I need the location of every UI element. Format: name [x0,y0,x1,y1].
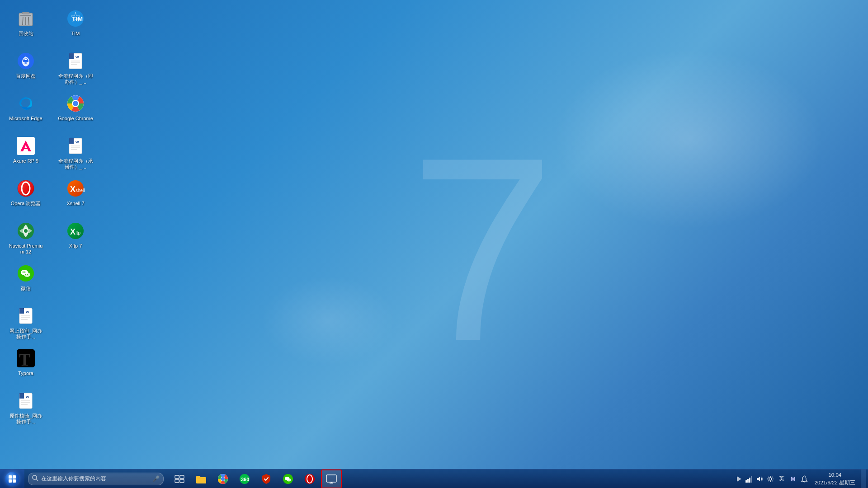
desktop-icon-recycle-bin[interactable]: 回收站 [5,5,46,46]
svg-point-19 [27,274,28,275]
tray-language-indicator[interactable]: 英 [776,469,787,488]
svg-rect-56 [13,475,16,479]
desktop-icon-axure[interactable]: Axure RP 9 [5,133,46,174]
svg-rect-58 [13,479,16,483]
system-clock[interactable]: 10:04 2021/9/22 星期三 [810,469,860,488]
desktop-icon-google-chrome[interactable]: Google Chrome [55,90,96,131]
chrome-icon [65,93,86,114]
svg-point-17 [24,272,26,273]
svg-text:ftp: ftp [75,230,81,235]
tray-expand-button[interactable] [736,469,743,488]
svg-line-89 [772,480,773,481]
svg-point-18 [25,274,26,275]
svg-text:W: W [26,395,29,399]
svg-line-88 [768,477,769,478]
svg-rect-82 [751,476,752,483]
word-doc3-label: 全流程网办（即办件）_... [57,73,94,85]
tim-label: TIM [71,31,80,37]
desktop-icon-word-doc3[interactable]: W 全流程网办（即办件）_... [55,48,96,89]
xshell-icon: X shell [65,178,86,199]
svg-marker-78 [737,476,741,482]
xftp-icon: X ftp [65,221,86,241]
svg-text:360: 360 [241,477,249,482]
svg-rect-2 [22,12,29,14]
desktop-icon-typora[interactable]: T Typora [5,345,46,386]
search-bar[interactable]: 在这里输入你要搜索的内容 🎤 [28,473,164,485]
explorer-icon [195,473,208,485]
windows7-logo: 7 [410,118,547,380]
tray-notification-icon[interactable] [799,469,809,488]
axure-icon [15,136,36,156]
xftp-label: Xftp 7 [69,243,82,249]
opera-label: Opera 浏览器 [11,201,41,206]
recycle-bin-icon [15,8,36,29]
desktop-icon-baidu-netdisk[interactable]: 百度网盘 [5,48,46,89]
svg-rect-81 [749,478,750,483]
desktop-icon-tim[interactable]: TIM TIM [55,5,96,46]
svg-rect-61 [175,475,179,479]
wechat-label: 微信 [21,286,31,291]
baidu-netdisk-label: 百度网盘 [16,73,36,79]
desktop-icon-word-doc1[interactable]: W 网上预审_网办操作手... [5,303,46,343]
taskbar-shield[interactable] [256,469,277,488]
taskbar-task-view[interactable] [169,469,190,488]
start-button[interactable] [0,469,24,488]
svg-text:shell: shell [75,188,85,193]
svg-rect-55 [9,475,12,479]
desktop-icon-word-doc4[interactable]: W 全流程网办（承诺件）_... [55,133,96,174]
svg-rect-63 [175,479,179,483]
taskbar-active-app[interactable] [321,469,342,488]
taskview-icon [173,473,186,485]
typora-icon: T [15,348,36,369]
tim-icon: TIM [65,8,86,29]
desktop-icon-xshell[interactable]: X shell Xshell 7 [55,175,96,216]
svg-rect-62 [180,475,184,479]
svg-rect-64 [180,479,184,483]
edge-icon [15,93,36,114]
taskbar-360[interactable]: 360 [234,469,255,488]
chrome-taskbar-icon [217,473,229,485]
baidu-netdisk-icon [15,51,36,71]
word-doc2-icon: W [15,390,36,411]
tray-ime-indicator[interactable]: M [788,469,798,488]
desktop-icon-edge[interactable]: Microsoft Edge [5,90,46,131]
taskbar-opera[interactable] [299,469,320,488]
axure-label: Axure RP 9 [13,158,38,164]
desktop-icons-container: 回收站 百度网盘 [5,5,104,438]
tray-display-icon[interactable] [765,469,775,488]
word-doc3-icon: W [65,51,86,71]
svg-point-83 [769,478,772,480]
svg-rect-8 [17,137,35,155]
taskbar-wechat[interactable] [278,469,298,488]
svg-point-59 [33,475,37,479]
desktop: 7 回收站 [0,0,868,488]
taskbar-pinned-apps: 360 [169,469,342,488]
show-desktop-button[interactable] [861,469,866,488]
desktop-icon-navicat[interactable]: Navicat Premium 12 [5,218,46,258]
svg-text:T: T [19,350,30,367]
desktop-icon-wechat[interactable]: 微信 [5,260,46,301]
shield-taskbar-icon [260,473,273,485]
search-icon [32,475,38,483]
tray-network-icon[interactable] [744,469,754,488]
svg-rect-79 [745,480,747,483]
xshell-label: Xshell 7 [66,201,84,206]
svg-point-12 [24,229,28,233]
tray-volume-icon[interactable] [755,469,764,488]
svg-rect-75 [326,475,336,482]
wechat-taskbar-icon [282,473,294,485]
svg-text:W: W [75,55,79,59]
desktop-icon-word-doc2[interactable]: W 原件核验_网办操作手... [5,388,46,428]
taskbar-file-explorer[interactable] [191,469,212,488]
svg-rect-1 [20,15,31,16]
desktop-icon-opera[interactable]: Opera 浏览器 [5,175,46,216]
desktop-icon-xftp[interactable]: X ftp Xftp 7 [55,218,96,258]
microphone-icon: 🎤 [152,475,160,482]
wechat-icon [15,263,36,284]
svg-line-5 [28,17,29,25]
taskbar-chrome[interactable] [212,469,233,488]
word-doc2-label: 原件核验_网办操作手... [7,413,44,425]
svg-rect-57 [9,479,12,483]
svg-text:W: W [26,310,29,314]
svg-text:X: X [70,185,75,194]
